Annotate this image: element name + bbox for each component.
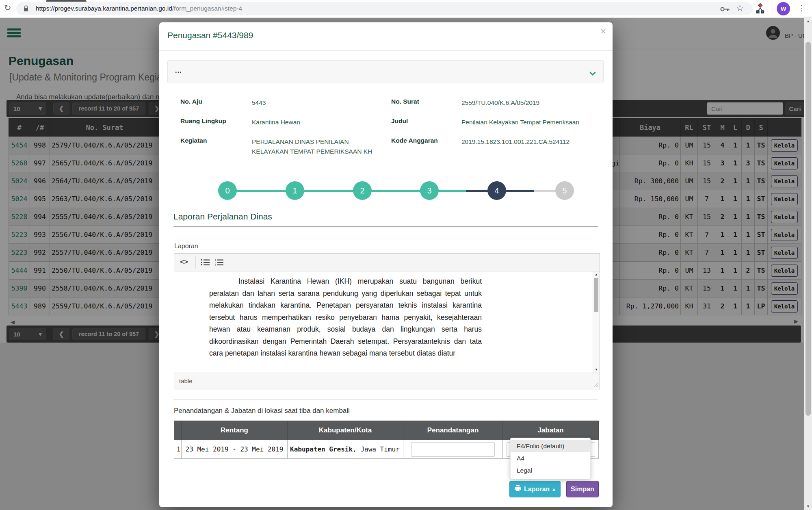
chrome-separator <box>773 4 773 13</box>
step-0[interactable]: 0 <box>218 181 237 200</box>
scroll-up-icon[interactable]: ▲ <box>593 273 600 276</box>
field-label-no-surat: No. Surat <box>391 98 419 105</box>
section-underline <box>173 226 598 227</box>
editor-status-path: table <box>179 378 193 384</box>
editor-toolbar: <> 123 <box>174 254 600 271</box>
extension-icon[interactable] <box>755 3 766 16</box>
printer-icon <box>515 485 521 493</box>
close-icon[interactable]: × <box>600 26 606 36</box>
sign-section-heading: Penandatangan & Jabatan di lokasi saat t… <box>174 407 350 415</box>
chevron-down-icon[interactable] <box>589 70 596 77</box>
dropdown-item-a4[interactable]: A4 <box>511 452 590 464</box>
field-label-ruang-lingkup: Ruang Lingkup <box>180 117 226 125</box>
report-editor: <> 123 Instalasi Karantina Hewan (IKH) m… <box>174 253 600 390</box>
scrollbar-thumb[interactable] <box>594 278 598 312</box>
sign-row-kabupaten: Kabupaten Gresik, Jawa Timur <box>288 440 403 459</box>
section-divider <box>173 236 598 236</box>
report-text: Instalasi Karantina Hewan (IKH) merupaka… <box>209 276 482 360</box>
field-value-ruang-lingkup: Karantina Hewan <box>252 117 390 127</box>
step-connector <box>362 190 429 192</box>
editor-label: Laporan <box>174 243 198 250</box>
password-key-icon[interactable] <box>720 6 730 13</box>
browser-profile-avatar[interactable]: W <box>777 2 790 15</box>
paper-size-dropdown: F4/Folio (default)A4Legal <box>510 438 591 479</box>
sign-col-rentang: Rentang <box>182 421 288 440</box>
modal-header-divider <box>159 50 613 51</box>
simpan-button[interactable]: Simpan <box>566 481 599 497</box>
step-4-active[interactable]: 4 <box>487 181 506 200</box>
penandatangan-input[interactable] <box>411 442 495 457</box>
sign-col-penandatangan: Penandatangan <box>403 421 503 440</box>
field-label-judul: Judul <box>391 117 408 125</box>
editor-status-bar: table <box>174 373 600 390</box>
step-1[interactable]: 1 <box>286 181 304 200</box>
field-label-no-aju: No. Aju <box>180 98 202 105</box>
dropdown-item-legal[interactable]: Legal <box>511 464 590 477</box>
browser-menu-icon[interactable]: ⋮ <box>798 3 806 12</box>
numbered-list-icon[interactable]: 123 <box>215 259 224 267</box>
bookmark-star-icon[interactable]: ☆ <box>736 3 744 13</box>
reload-icon[interactable]: ↻ <box>4 3 11 13</box>
scroll-down-icon[interactable]: ▼ <box>804 504 812 508</box>
resize-grip-icon[interactable] <box>594 382 598 389</box>
browser-tab-sliver <box>46 0 87 2</box>
step-connector <box>295 190 362 192</box>
field-label-kode-anggaran: Kode Anggaran <box>391 137 438 144</box>
field-value-no-aju: 5443 <box>252 98 390 108</box>
sign-col-jabatan: Jabatan <box>503 421 599 440</box>
scroll-down-icon[interactable]: ▼ <box>593 368 600 371</box>
editor-content[interactable]: Instalasi Karantina Hewan (IKH) merupaka… <box>174 271 600 373</box>
field-value-no-surat: 2559/TU.040/K.6.A/05/2019 <box>461 98 600 108</box>
bullet-list-icon[interactable] <box>201 259 210 267</box>
url-text: https://progev.surabaya.karantina.pertan… <box>36 5 242 12</box>
section-title: Laporan Perjalanan Dinas <box>173 212 272 221</box>
penugasan-modal: Penugasan #5443/989 × ... No. Aju 5443 N… <box>159 22 613 507</box>
browser-scrollbar-thumb[interactable] <box>806 42 811 416</box>
dropdown-item-f4-folio-default[interactable]: F4/Folio (default) <box>511 440 590 452</box>
caret-up-icon: ▲ <box>552 487 555 491</box>
sign-header-row: Rentang Kabupaten/Kota Penandatangan Jab… <box>174 421 599 440</box>
sign-col-num <box>174 421 182 440</box>
toolbar-separator <box>195 256 196 269</box>
field-value-kegiatan: PERJALANAN DINAS PENILAIAN KELAYAKAN TEM… <box>252 137 386 156</box>
sign-row-number: 1 <box>174 440 182 459</box>
step-connector <box>227 190 295 192</box>
svg-text:3: 3 <box>215 264 216 266</box>
browser-scrollbar[interactable]: ▲ ▼ <box>804 17 812 510</box>
field-label-kegiatan: Kegiatan <box>180 137 207 144</box>
sign-row-rentang: 23 Mei 2019 - 23 Mei 2019 <box>182 440 288 459</box>
field-value-kode-anggaran: 2019.15.1823.101.001.221.CA.524112 <box>461 137 600 147</box>
step-connector <box>497 190 565 192</box>
browser-chrome: ↻ https://progev.surabaya.karantina.pert… <box>0 0 812 18</box>
field-value-judul: Penilaian Kelayakan Tempat Pemeriksaan <box>461 117 600 127</box>
address-bar[interactable]: https://progev.surabaya.karantina.pertan… <box>16 2 753 15</box>
modal-title: Penugasan #5443/989 <box>167 30 253 40</box>
screen: BP - UM Penugasan [Update & Monitoring P… <box>0 0 812 510</box>
sign-col-kabupaten: Kabupaten/Kota <box>288 421 403 440</box>
sign-row-penandatangan-cell <box>403 440 503 459</box>
laporan-button[interactable]: Laporan ▲ <box>509 481 561 497</box>
code-view-icon[interactable]: <> <box>180 258 188 266</box>
editor-scrollbar[interactable]: ▲ ▼ <box>593 271 600 373</box>
collapse-panel-label: ... <box>175 67 182 74</box>
step-2[interactable]: 2 <box>353 181 372 200</box>
step-3[interactable]: 3 <box>420 181 439 200</box>
scroll-up-icon[interactable]: ▲ <box>804 19 812 23</box>
collapse-panel[interactable]: ... <box>167 60 604 83</box>
step-connector <box>429 190 497 192</box>
lock-icon <box>24 5 28 13</box>
step-5[interactable]: 5 <box>555 181 574 200</box>
sign-section-divider <box>173 399 598 400</box>
